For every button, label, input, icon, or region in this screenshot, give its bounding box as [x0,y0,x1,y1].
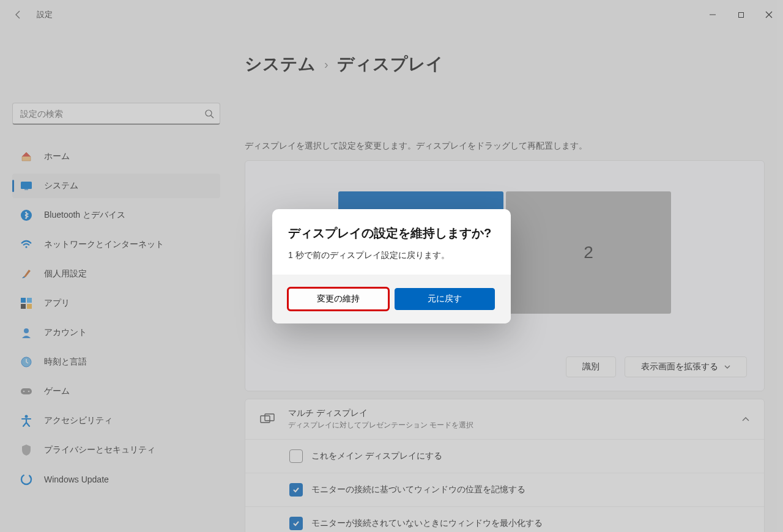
keep-changes-button[interactable]: 変更の維持 [288,288,388,310]
revert-button[interactable]: 元に戻す [395,288,495,310]
keep-settings-dialog: ディスプレイの設定を維持しますか? 1 秒で前のディスプレイ設定に戻ります。 変… [272,209,511,323]
dialog-message: 1 秒で前のディスプレイ設定に戻ります。 [288,250,495,261]
modal-overlay: ディスプレイの設定を維持しますか? 1 秒で前のディスプレイ設定に戻ります。 変… [0,0,783,532]
dialog-title: ディスプレイの設定を維持しますか? [288,225,495,242]
